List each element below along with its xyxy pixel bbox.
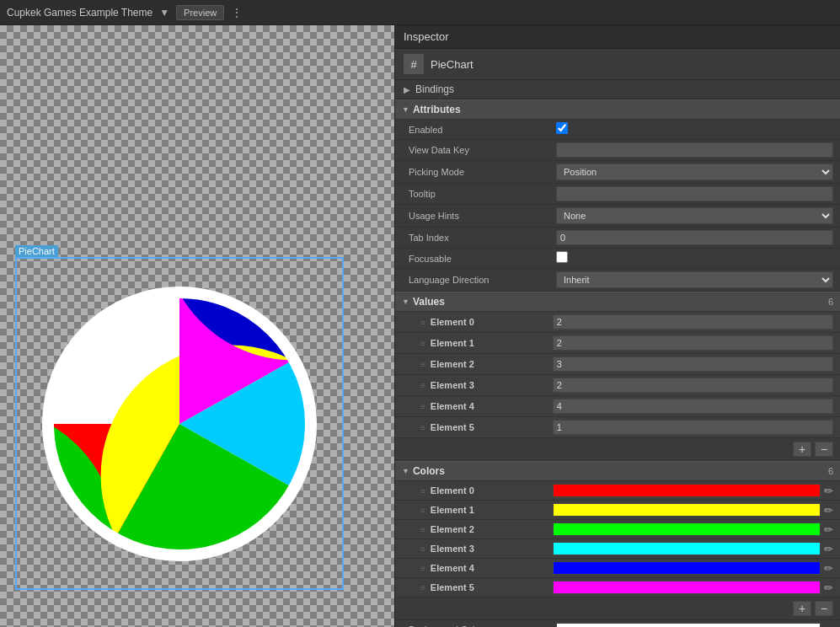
color-bar-0[interactable] xyxy=(553,484,821,497)
colors-add-button[interactable]: + xyxy=(793,601,811,616)
tooltip-value xyxy=(556,186,833,201)
value-element-2-input[interactable] xyxy=(553,356,833,372)
color-element-3: ≡ Element 3 ✏ xyxy=(395,539,840,559)
language-direction-select[interactable]: Inherit xyxy=(556,271,833,288)
color-element-3-value: ✏ xyxy=(553,542,833,555)
focusable-row: Focusable xyxy=(395,249,840,269)
color-bar-2[interactable] xyxy=(553,522,821,536)
color-pick-icon-3[interactable]: ✏ xyxy=(824,543,833,555)
color-element-2-label: Element 2 xyxy=(431,524,553,534)
value-element-0-input[interactable] xyxy=(553,314,833,330)
color-pick-icon-1[interactable]: ✏ xyxy=(824,504,833,517)
inspector-panel: Inspector # PieChart ▶ Bindings ▼ Attrib… xyxy=(394,25,840,627)
color-swatch-5: ✏ xyxy=(553,581,833,594)
color-swatch-3: ✏ xyxy=(553,542,833,555)
picking-mode-label: Picking Mode xyxy=(409,167,556,177)
colors-title: Colors xyxy=(413,465,445,477)
value-element-3-input[interactable] xyxy=(553,378,833,393)
tab-index-input[interactable] xyxy=(556,230,833,245)
color-drag-handle-4[interactable]: ≡ xyxy=(420,564,425,573)
value-element-1-label: Element 1 xyxy=(431,338,553,348)
color-pick-icon-5[interactable]: ✏ xyxy=(824,581,833,594)
color-pick-icon-4[interactable]: ✏ xyxy=(824,562,833,575)
drag-handle-2[interactable]: ≡ xyxy=(420,360,425,369)
view-data-key-input[interactable] xyxy=(556,142,833,158)
tab-index-value xyxy=(556,230,833,245)
tab-index-label: Tab Index xyxy=(409,233,556,243)
color-pick-icon-0[interactable]: ✏ xyxy=(824,485,833,497)
picking-mode-select[interactable]: Position xyxy=(556,163,833,180)
usage-hints-select[interactable]: None xyxy=(556,207,833,224)
color-element-2-value: ✏ xyxy=(553,522,833,536)
value-element-5-value xyxy=(553,420,833,435)
color-element-2: ≡ Element 2 ✏ xyxy=(395,520,840,539)
values-section-header[interactable]: ▼ Values 6 xyxy=(395,292,840,312)
attributes-section-header[interactable]: ▼ Attributes xyxy=(395,99,840,120)
attributes-triangle: ▼ xyxy=(402,105,409,114)
tooltip-input[interactable] xyxy=(556,186,833,201)
bindings-row[interactable]: ▶ Bindings xyxy=(395,80,840,99)
value-element-5-input[interactable] xyxy=(553,420,833,435)
inspector-scroll[interactable]: ▼ Attributes Enabled View Data Key Picki… xyxy=(395,99,840,627)
picking-mode-value: Position xyxy=(556,163,833,180)
enabled-label: Enabled xyxy=(409,125,556,135)
value-element-2: ≡ Element 2 xyxy=(395,354,840,375)
values-add-button[interactable]: + xyxy=(793,442,811,457)
color-drag-handle-3[interactable]: ≡ xyxy=(420,544,425,554)
drag-handle-0[interactable]: ≡ xyxy=(420,318,425,327)
values-triangle: ▼ xyxy=(402,297,409,306)
more-options-icon[interactable]: ⋮ xyxy=(231,6,243,19)
drag-handle-1[interactable]: ≡ xyxy=(420,339,425,348)
drag-handle-4[interactable]: ≡ xyxy=(420,402,425,411)
color-bar-3[interactable] xyxy=(553,542,821,555)
value-element-3-label: Element 3 xyxy=(431,380,553,390)
tooltip-label: Tooltip xyxy=(409,189,556,199)
preview-button[interactable]: Preview xyxy=(176,5,224,20)
background-color-bar[interactable] xyxy=(556,623,821,627)
view-data-key-row: View Data Key xyxy=(395,140,840,161)
colors-triangle: ▼ xyxy=(402,467,409,475)
color-element-5-value: ✏ xyxy=(553,581,833,594)
colors-section-header[interactable]: ▼ Colors 6 xyxy=(395,461,840,481)
value-element-4-label: Element 4 xyxy=(431,401,553,411)
focusable-label: Focusable xyxy=(409,254,556,264)
enabled-value xyxy=(556,122,833,137)
drag-handle-3[interactable]: ≡ xyxy=(420,381,425,390)
language-direction-value: Inherit xyxy=(556,271,833,288)
language-direction-label: Language Direction xyxy=(409,275,556,285)
color-bar-5[interactable] xyxy=(553,581,821,594)
pie-container xyxy=(15,257,344,590)
color-drag-handle-0[interactable]: ≡ xyxy=(420,486,425,496)
enabled-checkbox[interactable] xyxy=(556,122,568,134)
drag-handle-5[interactable]: ≡ xyxy=(420,423,425,432)
usage-hints-label: Usage Hints xyxy=(409,211,556,221)
color-swatch-1: ✏ xyxy=(553,503,833,517)
color-drag-handle-1[interactable]: ≡ xyxy=(420,506,425,515)
value-element-0-label: Element 0 xyxy=(431,317,553,327)
color-bar-1[interactable] xyxy=(553,503,821,517)
color-element-4: ≡ Element 4 ✏ xyxy=(395,559,840,578)
values-remove-button[interactable]: − xyxy=(815,442,833,457)
value-element-5: ≡ Element 5 xyxy=(395,417,840,438)
value-element-0: ≡ Element 0 xyxy=(395,312,840,333)
usage-hints-row: Usage Hints None xyxy=(395,205,840,228)
colors-count: 6 xyxy=(828,466,833,476)
focusable-checkbox[interactable] xyxy=(556,251,568,263)
value-element-4-input[interactable] xyxy=(553,399,833,414)
bindings-arrow: ▶ xyxy=(404,85,410,94)
color-element-1-value: ✏ xyxy=(553,503,833,517)
color-element-0-value: ✏ xyxy=(553,484,833,497)
color-drag-handle-2[interactable]: ≡ xyxy=(420,525,425,534)
values-add-remove-row: + − xyxy=(395,438,840,461)
color-pick-icon-2[interactable]: ✏ xyxy=(824,523,833,536)
attributes-title: Attributes xyxy=(413,104,461,115)
color-bar-4[interactable] xyxy=(553,561,821,575)
background-color-pick-icon[interactable]: ✏ xyxy=(824,624,833,628)
colors-remove-button[interactable]: − xyxy=(815,601,833,616)
value-element-1-input[interactable] xyxy=(553,335,833,351)
value-element-4: ≡ Element 4 xyxy=(395,396,840,417)
color-swatch-2: ✏ xyxy=(553,522,833,536)
color-element-4-value: ✏ xyxy=(553,561,833,575)
color-drag-handle-5[interactable]: ≡ xyxy=(420,583,425,592)
canvas-area: PieChart xyxy=(0,25,394,627)
